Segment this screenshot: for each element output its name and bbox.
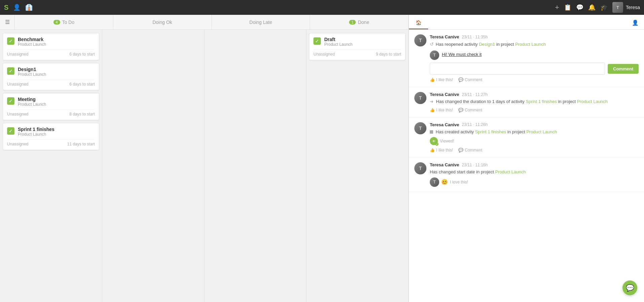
chat-icon[interactable]: 💬 bbox=[576, 4, 583, 11]
task-name: Meeting bbox=[18, 97, 95, 102]
activity-link-design1[interactable]: Design1 bbox=[479, 42, 495, 47]
task-checkbox[interactable]: ✓ bbox=[7, 97, 14, 105]
chat-bubble-button[interactable]: 💬 bbox=[622, 280, 637, 295]
task-card-top: ✓ Meeting Product Launch bbox=[7, 97, 95, 107]
activity-link-product-launch2[interactable]: Product Launch bbox=[577, 99, 608, 104]
task-card[interactable]: ✓ Design1 Product Launch Unassigned 6 da… bbox=[3, 63, 99, 90]
task-checkbox[interactable]: ✓ bbox=[7, 67, 14, 75]
like-label: I like this! bbox=[436, 108, 453, 112]
col-todo: ✓ Benchmark Product Launch Unassigned 6 … bbox=[0, 30, 102, 302]
task-card[interactable]: ✓ Draft Product Launch Unassigned 9 days… bbox=[309, 33, 406, 60]
eye-icon: 👁 bbox=[432, 139, 435, 143]
sidebar-nav-person[interactable]: 👤 bbox=[627, 16, 644, 29]
task-info: Meeting Product Launch bbox=[18, 97, 95, 107]
check-mark-icon: ✓ bbox=[9, 68, 13, 74]
col-done: ✓ Draft Product Launch Unassigned 9 days… bbox=[306, 30, 409, 302]
square-icon bbox=[430, 130, 433, 134]
reaction-text: I love this! bbox=[450, 180, 468, 184]
activity-link-sprint2[interactable]: Sprint 1 finishes bbox=[475, 129, 506, 134]
activity-time: 23/11 · 11:35h bbox=[462, 35, 488, 39]
activity-text: ↺ Has reopened activity Design1 in proje… bbox=[430, 41, 639, 48]
col-doing-ok bbox=[102, 30, 204, 302]
task-assignee: Unassigned bbox=[7, 142, 28, 146]
activity-item: T Teresa Canive 23/11 · 11:16h Has chang… bbox=[409, 158, 644, 192]
hamburger-button[interactable]: ☰ bbox=[0, 15, 15, 29]
activity-item: T Teresa Canive 23/11 · 11:26h Has creat… bbox=[409, 118, 644, 158]
comment-icon: 💬 bbox=[458, 148, 463, 153]
activity-actions: 👍 I like this! 💬 Comment bbox=[430, 77, 639, 82]
case-icon[interactable]: 👔 bbox=[25, 4, 33, 11]
reaction-avatar: T bbox=[430, 177, 439, 187]
task-checkbox[interactable]: ✓ bbox=[313, 37, 321, 45]
task-project: Product Launch bbox=[18, 42, 95, 47]
task-project: Product Launch bbox=[324, 42, 401, 47]
activity-content: Teresa Canive 23/11 · 11:16h Has changed… bbox=[430, 162, 639, 187]
col-header-doing-late: Doing Late bbox=[212, 15, 310, 29]
arrow-icon: ➜ bbox=[430, 98, 433, 105]
activity-user: Teresa Canive bbox=[430, 92, 459, 97]
add-icon[interactable]: + bbox=[555, 3, 559, 12]
activity-user: Teresa Canive bbox=[430, 122, 459, 127]
task-card[interactable]: ✓ Meeting Product Launch Unassigned 8 da… bbox=[3, 93, 99, 120]
add-task-icon[interactable]: 📋 bbox=[564, 4, 571, 11]
task-footer: Unassigned 6 days to start bbox=[7, 79, 95, 87]
bell-icon[interactable]: 🔔 bbox=[588, 4, 596, 11]
comment-button[interactable]: Comment bbox=[608, 64, 639, 74]
task-days: 6 days to start bbox=[69, 52, 94, 57]
briefcase-icon[interactable]: 👤 bbox=[13, 4, 21, 11]
like-button[interactable]: 👍 I like this! bbox=[430, 77, 453, 82]
check-mark-icon: ✓ bbox=[9, 128, 13, 134]
sidebar-subnav: 🏠 👤 bbox=[409, 15, 644, 30]
activity-content: Teresa Canive 23/11 · 11:26h Has created… bbox=[430, 122, 639, 153]
activity-link-product-launch4[interactable]: Product Launch bbox=[495, 169, 526, 174]
task-checkbox[interactable]: ✓ bbox=[7, 127, 14, 135]
activity-item: T Teresa Canive 23/11 · 11:35h ↺ Has reo… bbox=[409, 30, 644, 87]
avatar-inner: T bbox=[414, 92, 426, 104]
comment-action-button[interactable]: 💬 Comment bbox=[458, 77, 482, 82]
col-header-doing-ok: Doing Ok bbox=[113, 15, 212, 29]
task-name: Sprint 1 finishes bbox=[18, 127, 95, 132]
activity-content: Teresa Canive 23/11 · 11:35h ↺ Has reope… bbox=[430, 34, 639, 82]
task-info: Benchmark Product Launch bbox=[18, 37, 95, 47]
task-footer: Unassigned 9 days to start bbox=[313, 49, 401, 57]
comment-icon: 💬 bbox=[458, 77, 463, 82]
like-button[interactable]: 👍 I like this! bbox=[430, 108, 453, 112]
task-name: Draft bbox=[324, 37, 401, 42]
sidebar-nav-home[interactable]: 🏠 bbox=[409, 16, 428, 29]
check-mark-icon: ✓ bbox=[9, 38, 13, 44]
like-icon: 👍 bbox=[430, 77, 435, 82]
task-assignee: Unassigned bbox=[7, 52, 28, 57]
task-assignee: Unassigned bbox=[7, 82, 28, 87]
todo-badge: 4 bbox=[53, 20, 60, 25]
task-days: 6 days to start bbox=[69, 82, 94, 87]
task-card-top: ✓ Draft Product Launch bbox=[313, 37, 401, 47]
comment-action-button[interactable]: 💬 Comment bbox=[458, 148, 482, 153]
logo[interactable]: S bbox=[4, 4, 8, 11]
task-project: Product Launch bbox=[18, 132, 95, 137]
comment-textarea[interactable] bbox=[430, 63, 605, 75]
activity-link-sprint[interactable]: Sprint 1 finishes bbox=[526, 99, 557, 104]
user-area[interactable]: T Teresa bbox=[612, 2, 640, 13]
task-card[interactable]: ✓ Sprint 1 finishes Product Launch Unass… bbox=[3, 123, 99, 150]
task-info: Design1 Product Launch bbox=[18, 67, 95, 77]
activity-link-product-launch[interactable]: Product Launch bbox=[515, 42, 546, 47]
comment-action-label: Comment bbox=[465, 108, 482, 112]
viewed-icon: 👁 ✓ bbox=[430, 137, 438, 145]
activity-link-product-launch3[interactable]: Product Launch bbox=[526, 129, 557, 134]
task-card-top: ✓ Sprint 1 finishes Product Launch bbox=[7, 127, 95, 137]
activity-item: T Teresa Canive 23/11 · 11:27h ➜ Has cha… bbox=[409, 87, 644, 118]
mini-avatar: T bbox=[430, 51, 439, 60]
task-footer: Unassigned 8 days to start bbox=[7, 109, 95, 116]
avatar-inner: T bbox=[414, 162, 426, 174]
like-button[interactable]: 👍 I like this! bbox=[430, 148, 453, 153]
user-avatar: T bbox=[612, 2, 623, 13]
task-name: Design1 bbox=[18, 67, 95, 72]
activity-avatar: T bbox=[414, 122, 426, 134]
right-sidebar: 🏠 👤 T Teresa Canive 23/11 · 11:35h bbox=[409, 15, 644, 302]
task-card[interactable]: ✓ Benchmark Product Launch Unassigned 6 … bbox=[3, 33, 99, 60]
comment-action-button[interactable]: 💬 Comment bbox=[458, 108, 482, 112]
graduation-icon[interactable]: 🎓 bbox=[600, 4, 608, 11]
avatar-inner: T bbox=[414, 122, 426, 134]
like-label: I like this! bbox=[436, 77, 453, 82]
task-checkbox[interactable]: ✓ bbox=[7, 37, 14, 45]
